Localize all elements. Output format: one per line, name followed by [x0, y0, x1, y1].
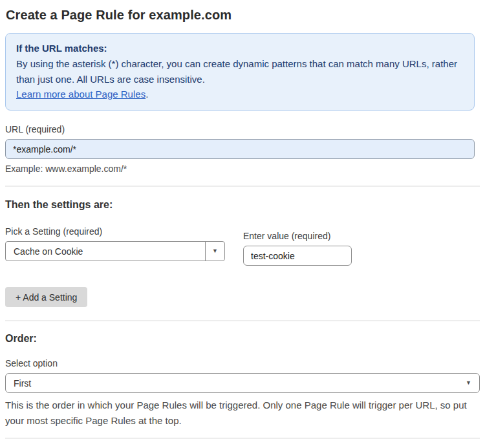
chevron-down-icon: ▼ [466, 380, 471, 386]
url-field-label: URL (required) [5, 124, 480, 134]
setting-value-group: Enter value (required) [243, 231, 352, 266]
chevron-down-icon: ▼ [212, 248, 218, 254]
url-field-group: URL (required) Example: www.example.com/… [5, 124, 480, 174]
setting-dropdown[interactable]: Cache on Cookie ▼ [5, 241, 225, 261]
url-input[interactable] [5, 139, 475, 159]
info-box-link-line: Learn more about Page Rules. [16, 87, 464, 101]
setting-dropdown-value: Cache on Cookie [6, 242, 205, 261]
setting-value-input[interactable] [243, 246, 352, 266]
divider [5, 438, 480, 439]
order-select-label: Select option [5, 358, 480, 368]
order-section-heading: Order: [5, 333, 480, 345]
setting-picker-label: Pick a Setting (required) [5, 226, 225, 237]
page-title: Create a Page Rule for example.com [6, 8, 480, 23]
url-example-hint: Example: www.example.com/* [5, 164, 480, 174]
setting-value-label: Enter value (required) [243, 231, 352, 241]
settings-section-heading: Then the settings are: [5, 199, 480, 211]
order-help-text: This is the order in which your Page Rul… [5, 398, 480, 429]
url-match-info-box: If the URL matches: By using the asteris… [5, 33, 475, 111]
learn-more-link[interactable]: Learn more about Page Rules [16, 89, 146, 100]
add-setting-button[interactable]: + Add a Setting [5, 287, 87, 307]
setting-dropdown-arrow-button[interactable]: ▼ [205, 242, 224, 261]
divider [5, 320, 480, 321]
info-box-body-text: By using the asterisk (*) character, you… [16, 58, 457, 84]
order-select-value: First [14, 378, 466, 389]
link-period: . [146, 89, 148, 100]
order-select[interactable]: First ▼ [5, 373, 480, 393]
divider [5, 186, 480, 187]
info-box-body: By using the asterisk (*) character, you… [16, 56, 464, 87]
create-page-rule-form: Create a Page Rule for example.com If th… [0, 0, 485, 448]
setting-picker-group: Pick a Setting (required) Cache on Cooki… [5, 226, 225, 266]
setting-row: Pick a Setting (required) Cache on Cooki… [5, 226, 480, 266]
info-box-heading: If the URL matches: [16, 41, 464, 56]
